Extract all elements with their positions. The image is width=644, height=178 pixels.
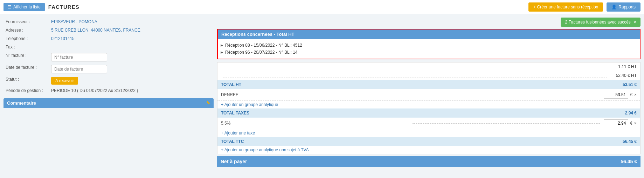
add-groupe-analytique-link[interactable]: + Ajouter un groupe analytique <box>217 101 640 108</box>
dotted-line-denree <box>413 95 601 95</box>
dotted-line-2 <box>223 73 607 78</box>
reception-item-88[interactable]: Réception 88 - 15/06/2022 - N° BL : 4512 <box>221 42 637 49</box>
fournisseur-label: Fournisseur : <box>4 18 49 26</box>
fax-label: Fax : <box>4 43 49 51</box>
success-badge: 2 Factures fusionnées avec succès × <box>561 18 640 27</box>
statut-arecevoir-button[interactable]: A recevoir <box>51 77 78 85</box>
statut-cell: A recevoir <box>49 75 214 86</box>
reception-item-96[interactable]: Réception 96 - 20/07/2022 - N° BL : 14 <box>221 49 637 56</box>
afficher-liste-label: Afficher la liste <box>13 5 41 9</box>
add-groupe-non-tva-link[interactable]: + Ajouter un groupe analytique non sujet… <box>217 146 640 154</box>
denree-label: DENREE <box>221 92 409 97</box>
total-ht-header: TOTAL HT 53.51 € <box>217 80 640 89</box>
rapports-label: Rapports <box>618 5 636 9</box>
amounts-panel: 1.11 € HT 52.40 € HT TOTAL HT 53.51 € DE… <box>217 62 640 154</box>
statut-label: Statut : <box>4 75 49 86</box>
total-ttc-header: TOTAL TTC 56.45 € <box>217 137 640 146</box>
nfacture-row: N° facture : <box>4 51 214 63</box>
statut-row: Statut : A recevoir <box>4 75 214 86</box>
top-bar-left: ☰ Afficher la liste FACTURES <box>4 3 79 11</box>
commentaire-bar: Commentaire ✎ <box>4 98 214 108</box>
total-ht-label: TOTAL HT <box>221 82 241 87</box>
tax-currency: € <box>630 121 632 126</box>
total-ttc-value: 56.45 € <box>623 139 637 144</box>
total-taxes-label: TOTAL TAXES <box>221 111 249 116</box>
nfacture-input[interactable] <box>51 53 107 61</box>
page-title: FACTURES <box>48 4 79 10</box>
right-panel: 2 Factures fusionnées avec succès × Réce… <box>217 18 640 174</box>
rapports-button[interactable]: 👤 Rapports <box>607 2 640 12</box>
user-icon: 👤 <box>611 5 617 9</box>
commentaire-label: Commentaire <box>7 100 36 106</box>
add-taxe-link[interactable]: + Ajouter une taxe <box>217 129 640 137</box>
main-content: Fournisseur : EPISAVEUR - POMONA Adresse… <box>0 14 644 178</box>
periode-value: PERIODE 10 ( Du 01/07/2022 Au 31/12/2022… <box>49 86 214 95</box>
reception-96-label: Réception 96 - 20/07/2022 - N° BL : 14 <box>225 50 297 55</box>
telephone-value: 0212131415 <box>49 34 214 43</box>
fax-value <box>49 43 214 51</box>
denree-row: DENREE € × <box>217 89 640 101</box>
add-groupe-analytique-label: + Ajouter un groupe analytique <box>221 102 278 107</box>
fournisseur-value: EPISAVEUR - POMONA <box>49 18 214 26</box>
nfacture-label: N° facture : <box>4 51 49 63</box>
dotted-line-1 <box>223 64 607 69</box>
amount-value-2: 52.40 € HT <box>609 73 637 78</box>
periode-row: Période de gestion : PERIODE 10 ( Du 01/… <box>4 86 214 95</box>
supplier-info-table: Fournisseur : EPISAVEUR - POMONA Adresse… <box>4 18 214 95</box>
creer-facture-label: + Créer une facture sans réception <box>533 5 598 9</box>
success-close-button[interactable]: × <box>633 19 636 25</box>
receptions-header: Réceptions concernées - Total HT <box>218 29 640 39</box>
telephone-label: Téléphone : <box>4 34 49 43</box>
total-taxes-value: 2.94 € <box>625 111 637 116</box>
add-taxe-label: + Ajouter une taxe <box>221 131 255 136</box>
fournisseur-row: Fournisseur : EPISAVEUR - POMONA <box>4 18 214 26</box>
adresse-row: Adresse : 5 RUE CREBILLON, 44000 NANTES,… <box>4 26 214 34</box>
total-ttc-label: TOTAL TTC <box>221 139 244 144</box>
receptions-box: Réceptions concernées - Total HT Récepti… <box>217 29 640 59</box>
denree-close-button[interactable]: × <box>634 92 637 97</box>
denree-input[interactable] <box>604 91 628 99</box>
creer-facture-button[interactable]: + Créer une facture sans réception <box>528 2 603 12</box>
date-label: Date de facture : <box>4 63 49 75</box>
list-icon: ☰ <box>8 5 12 9</box>
nfacture-input-cell <box>49 51 214 63</box>
reception-88-label: Réception 88 - 15/06/2022 - N° BL : 4512 <box>225 43 302 48</box>
periode-label: Période de gestion : <box>4 86 49 95</box>
dotted-line-tax <box>413 123 601 124</box>
amount-row-1: 1.11 € HT <box>217 62 640 71</box>
adresse-label: Adresse : <box>4 26 49 34</box>
top-bar: ☰ Afficher la liste FACTURES + Créer une… <box>0 0 644 14</box>
afficher-liste-button[interactable]: ☰ Afficher la liste <box>4 3 45 11</box>
tax-close-button[interactable]: × <box>634 121 637 126</box>
tax-row: 5.5% € × <box>217 118 640 129</box>
add-groupe-non-tva-label: + Ajouter un groupe analytique non sujet… <box>221 147 309 152</box>
total-ht-value: 53.51 € <box>623 82 637 87</box>
tax-label: 5.5% <box>221 121 409 126</box>
success-label: 2 Factures fusionnées avec succès <box>565 20 630 25</box>
date-row: Date de facture : <box>4 63 214 75</box>
amount-value-1: 1.11 € HT <box>609 64 637 69</box>
tax-input[interactable] <box>604 119 628 127</box>
net-a-payer-label: Net à payer <box>221 159 247 164</box>
net-a-payer-value: 56.45 € <box>621 159 637 164</box>
fax-row: Fax : <box>4 43 214 51</box>
date-input-cell <box>49 63 214 75</box>
total-taxes-header: TOTAL TAXES 2.94 € <box>217 108 640 118</box>
pencil-icon[interactable]: ✎ <box>206 100 210 106</box>
adresse-value: 5 RUE CREBILLON, 44000 NANTES, FRANCE <box>49 26 214 34</box>
date-input[interactable] <box>51 65 107 73</box>
denree-currency: € <box>630 92 632 97</box>
left-panel: Fournisseur : EPISAVEUR - POMONA Adresse… <box>4 18 214 174</box>
net-a-payer-bar: Net à payer 56.45 € <box>217 156 640 167</box>
telephone-row: Téléphone : 0212131415 <box>4 34 214 43</box>
top-bar-right: + Créer une facture sans réception 👤 Rap… <box>528 2 640 12</box>
amount-row-2: 52.40 € HT <box>217 71 640 80</box>
